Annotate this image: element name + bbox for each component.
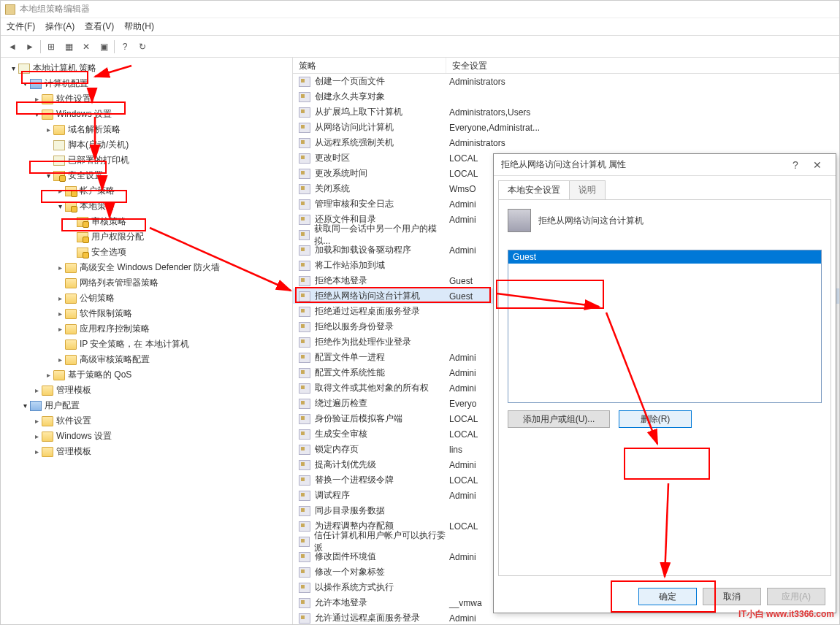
policy-name: 替换一个进程级令牌 (315, 474, 394, 486)
tree-item[interactable]: 应用程序控制策略 (2, 321, 291, 337)
tree-icon (65, 355, 77, 365)
tree-label: 软件限制策略 (80, 307, 132, 320)
tree-item[interactable]: 本地计算机 策略 (2, 61, 291, 76)
ok-button[interactable]: 确定 (638, 588, 697, 605)
tree-item[interactable]: 用户配置 (2, 398, 291, 413)
list-row[interactable]: 创建一个页面文件Administrators (293, 74, 839, 89)
tree-item[interactable]: 本地策略 (2, 199, 291, 214)
tree-label: 高级安全 Windows Defender 防火墙 (80, 261, 220, 274)
tab-local-security[interactable]: 本地安全设置 (498, 180, 570, 199)
list-row[interactable]: 创建永久共享对象 (293, 89, 839, 104)
toolbar: ◄ ► ⊞ ▦ ✕ ▣ ? ↻ (1, 36, 839, 58)
apply-button[interactable]: 应用(A) (767, 588, 825, 605)
listbox-item-guest[interactable]: Guest (508, 250, 821, 264)
tree-item[interactable]: 网络列表管理器策略 (2, 275, 291, 291)
tree-item[interactable]: Windows 设置 (2, 107, 291, 122)
list-row[interactable]: 从扩展坞上取下计算机Administrators,Users (293, 104, 839, 120)
tree-icon (65, 263, 77, 273)
col-policy[interactable]: 策略 (293, 58, 446, 73)
refresh-icon[interactable]: ↻ (135, 39, 150, 54)
tree-item[interactable]: 计算机配置 (2, 76, 291, 91)
tree-item[interactable]: 基于策略的 QoS (2, 367, 291, 383)
tree-icon (42, 94, 53, 104)
tree-item[interactable]: 软件设置 (2, 413, 291, 429)
expand-icon[interactable] (8, 64, 18, 72)
expand-icon[interactable] (31, 110, 42, 118)
help-button[interactable]: ? (784, 159, 806, 171)
tree-item[interactable]: 用户权限分配 (2, 229, 291, 245)
tree-item[interactable]: 审核策略 (2, 214, 291, 229)
expand-icon[interactable] (55, 325, 65, 333)
tree-item[interactable]: Windows 设置 (2, 429, 291, 444)
tree-item[interactable]: 已部署的打印机 (2, 153, 291, 168)
tree-label: 帐户策略 (80, 185, 115, 197)
policy-icon (299, 537, 310, 547)
expand-icon[interactable] (55, 202, 65, 210)
back-icon[interactable]: ◄ (5, 39, 20, 54)
expand-icon[interactable] (31, 432, 42, 440)
tree-item[interactable]: 高级安全 Windows Defender 防火墙 (2, 260, 291, 275)
tree-item[interactable]: 管理模板 (2, 444, 291, 459)
remove-button[interactable]: 删除(R) (619, 410, 692, 428)
list-row[interactable]: 从远程系统强制关机Administrators (293, 135, 839, 150)
menu-help[interactable]: 帮助(H) (124, 20, 154, 33)
tree-item[interactable]: 高级审核策略配置 (2, 352, 291, 367)
tree-item[interactable]: IP 安全策略，在 本地计算机 (2, 337, 291, 352)
expand-icon[interactable] (55, 294, 65, 302)
tree-panel[interactable]: 本地计算机 策略计算机配置软件设置Windows 设置域名解析策略脚本(启动/关… (1, 58, 293, 624)
tree-item[interactable]: 安全选项 (2, 245, 291, 260)
expand-icon[interactable] (20, 402, 30, 410)
policy-name: 拒绝从网络访问这台计算机 (315, 290, 420, 302)
policy-value: Administrators (446, 77, 839, 87)
tree-item[interactable]: 安全设置 (2, 168, 291, 183)
menu-file[interactable]: 文件(F) (7, 20, 35, 33)
add-user-button[interactable]: 添加用户或组(U)... (508, 410, 610, 428)
expand-icon[interactable] (31, 386, 42, 394)
expand-icon[interactable] (20, 80, 30, 88)
expand-icon[interactable] (55, 264, 65, 272)
tree-item[interactable]: 公钥策略 (2, 291, 291, 306)
titlebar: 本地组策略编辑器 (1, 1, 839, 18)
help-icon[interactable]: ? (118, 39, 132, 54)
policy-icon (299, 169, 310, 179)
forward-icon[interactable]: ► (23, 39, 37, 54)
tree-item[interactable]: 脚本(启动/关机) (2, 137, 291, 153)
tab-explain[interactable]: 说明 (569, 180, 606, 199)
list-row[interactable]: 从网络访问此计算机Everyone,Administrat... (293, 120, 839, 135)
expand-icon[interactable] (43, 126, 53, 134)
expand-icon[interactable] (31, 448, 42, 456)
export-icon[interactable]: ✕ (79, 39, 93, 54)
policy-name: 从网络访问此计算机 (315, 121, 394, 134)
properties-icon[interactable]: ▣ (96, 39, 111, 54)
cancel-button[interactable]: 取消 (703, 588, 761, 605)
expand-icon[interactable] (43, 371, 53, 379)
expand-icon[interactable] (31, 95, 42, 103)
up-icon[interactable]: ⊞ (44, 39, 58, 54)
tree-item[interactable]: 帐户策略 (2, 183, 291, 199)
expand-icon[interactable] (55, 356, 65, 364)
close-button[interactable]: ✕ (806, 159, 828, 171)
policy-icon (299, 475, 310, 486)
menu-view[interactable]: 查看(V) (85, 20, 114, 33)
expand-icon[interactable] (43, 172, 53, 180)
policy-name: 调试程序 (315, 489, 350, 502)
expand-icon[interactable] (31, 417, 42, 425)
tree-item[interactable]: 软件限制策略 (2, 306, 291, 321)
policy-name: 生成安全审核 (315, 428, 367, 440)
tree-label: Windows 设置 (56, 108, 112, 120)
tree-item[interactable]: 域名解析策略 (2, 122, 291, 137)
tree-icon (65, 202, 77, 212)
tree-item[interactable]: 软件设置 (2, 91, 291, 107)
tree-item[interactable]: 管理模板 (2, 383, 291, 398)
expand-icon[interactable] (55, 310, 65, 318)
expand-icon[interactable] (55, 187, 65, 195)
show-hide-icon[interactable]: ▦ (61, 39, 76, 54)
menu-action[interactable]: 操作(A) (45, 20, 75, 33)
policy-icon (299, 521, 310, 532)
col-setting[interactable]: 安全设置 (446, 58, 839, 73)
policy-name: 修改固件环境值 (315, 551, 376, 563)
separator (40, 40, 41, 53)
policy-icon (299, 383, 310, 394)
tree-label: 管理模板 (56, 445, 91, 458)
user-listbox[interactable]: Guest (508, 250, 822, 403)
